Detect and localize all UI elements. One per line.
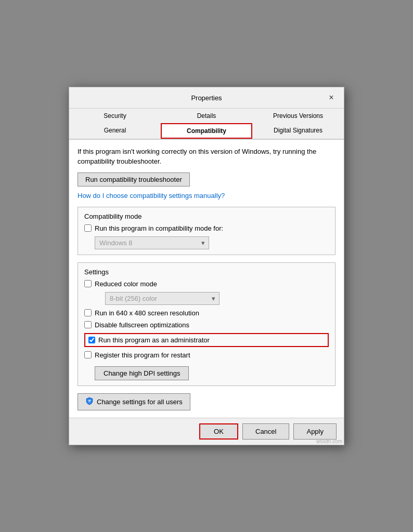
run-troubleshooter-button[interactable]: Run compatibility troubleshooter	[78, 172, 190, 187]
resolution-label: Run in 640 x 480 screen resolution	[95, 309, 199, 317]
content-area: If this program isn't working correctly …	[69, 140, 344, 417]
resolution-row: Run in 640 x 480 screen resolution	[84, 309, 329, 317]
settings-section: Settings Reduced color mode 8-bit (256) …	[78, 262, 335, 386]
compat-mode-checkbox[interactable]	[84, 224, 92, 232]
compat-mode-checkbox-label: Run this program in compatibility mode f…	[95, 224, 223, 232]
reduced-color-checkbox[interactable]	[84, 280, 92, 287]
compat-mode-checkbox-row: Run this program in compatibility mode f…	[84, 224, 329, 232]
reduced-color-row: Reduced color mode	[84, 280, 329, 288]
tab-previous-versions[interactable]: Previous Versions	[252, 109, 344, 123]
apply-button[interactable]: Apply	[293, 423, 337, 440]
color-dropdown-wrapper: 8-bit (256) color	[105, 292, 220, 305]
watermark: wsxdn.com	[316, 438, 342, 444]
compat-mode-dropdown-wrapper: Windows 8	[95, 236, 209, 249]
fullscreen-label: Disable fullscreen optimizations	[95, 321, 189, 329]
tabs-container: Security Details Previous Versions Gener…	[69, 109, 344, 140]
compat-mode-dropdown[interactable]: Windows 8	[95, 236, 209, 249]
cancel-button[interactable]: Cancel	[242, 423, 289, 440]
change-dpi-button[interactable]: Change high DPI settings	[95, 366, 189, 380]
manual-settings-link[interactable]: How do I choose compatibility settings m…	[78, 192, 335, 200]
footer-buttons: OK Cancel Apply	[69, 418, 344, 445]
restart-label: Register this program for restart	[95, 351, 190, 359]
restart-row: Register this program for restart	[84, 351, 329, 359]
change-settings-all-users-button[interactable]: Change settings for all users	[78, 393, 190, 410]
color-dropdown[interactable]: 8-bit (256) color	[105, 292, 220, 305]
properties-dialog: Properties × Security Details Previous V…	[69, 87, 344, 445]
close-button[interactable]: ×	[325, 91, 338, 104]
tab-details[interactable]: Details	[161, 109, 252, 123]
change-settings-label: Change settings for all users	[97, 398, 183, 406]
fullscreen-checkbox[interactable]	[84, 321, 92, 328]
admin-checkbox[interactable]	[88, 337, 95, 343]
tab-compatibility[interactable]: Compatibility	[161, 123, 252, 139]
ok-button[interactable]: OK	[199, 423, 238, 440]
compat-mode-label: Compatibility mode	[84, 212, 329, 220]
compatibility-mode-section: Compatibility mode Run this program in c…	[78, 207, 335, 255]
dialog-title: Properties	[88, 94, 325, 102]
settings-label: Settings	[84, 268, 329, 276]
tab-digital-signatures[interactable]: Digital Signatures	[252, 123, 344, 139]
tab-general[interactable]: General	[69, 123, 161, 139]
restart-checkbox[interactable]	[84, 351, 92, 358]
reduced-color-label: Reduced color mode	[95, 280, 157, 288]
fullscreen-row: Disable fullscreen optimizations	[84, 321, 329, 329]
admin-row: Run this program as an administrator	[84, 333, 329, 347]
tab-security[interactable]: Security	[69, 109, 161, 123]
resolution-checkbox[interactable]	[84, 309, 92, 316]
intro-text: If this program isn't working correctly …	[78, 147, 335, 166]
admin-label: Run this program as an administrator	[98, 336, 210, 344]
title-bar: Properties ×	[69, 87, 344, 109]
shield-icon	[85, 397, 94, 407]
